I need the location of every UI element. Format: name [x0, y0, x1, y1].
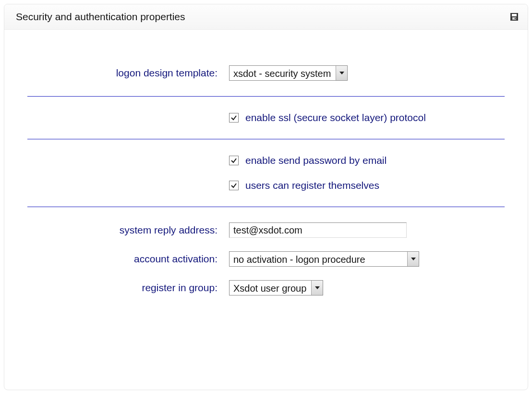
divider	[27, 96, 505, 97]
label-users-self-register: users can register themselves	[245, 180, 379, 191]
row-system-reply-address: system reply address: test@xsdot.com	[18, 216, 514, 245]
select-account-activation-value: no activation - logon procedure	[230, 252, 407, 266]
select-account-activation[interactable]: no activation - logon procedure	[229, 251, 419, 267]
svg-marker-4	[339, 72, 344, 74]
row-logon-template: logon design template: xsdot - security …	[18, 59, 514, 87]
label-account-activation: account activation:	[18, 253, 229, 265]
chevron-down-icon	[311, 281, 323, 295]
security-auth-panel: Security and authentication properties l…	[4, 4, 528, 390]
row-account-activation: account activation: no activation - logo…	[18, 245, 514, 273]
row-enable-send-password: enable send password by email	[18, 148, 514, 173]
chevron-down-icon	[407, 252, 419, 266]
svg-rect-3	[515, 18, 516, 19]
panel-header: Security and authentication properties	[4, 4, 528, 30]
svg-rect-1	[512, 14, 517, 16]
checkbox-enable-send-password[interactable]	[229, 156, 239, 165]
select-logon-template-value: xsdot - security system	[230, 66, 336, 80]
input-system-reply-address-value: test@xsdot.com	[233, 225, 302, 236]
select-logon-template[interactable]: xsdot - security system	[229, 65, 348, 81]
label-enable-ssl: enable ssl (secure socket layer) protoco…	[245, 112, 426, 123]
svg-marker-5	[411, 258, 416, 260]
row-enable-ssl: enable ssl (secure socket layer) protoco…	[18, 105, 514, 130]
select-register-in-group-value: Xsdot user group	[230, 281, 311, 295]
label-logon-template: logon design template:	[18, 67, 229, 79]
panel-body: logon design template: xsdot - security …	[4, 30, 528, 317]
divider	[27, 207, 505, 207]
row-users-self-register: users can register themselves	[18, 173, 514, 198]
save-icon[interactable]	[510, 13, 518, 21]
row-register-in-group: register in group: Xsdot user group	[18, 273, 514, 302]
select-register-in-group[interactable]: Xsdot user group	[229, 280, 323, 296]
label-register-in-group: register in group:	[18, 282, 229, 294]
svg-marker-6	[315, 286, 320, 289]
checkbox-users-self-register[interactable]	[229, 181, 239, 190]
panel-title: Security and authentication properties	[16, 11, 185, 23]
checkbox-enable-ssl[interactable]	[229, 113, 239, 123]
label-enable-send-password: enable send password by email	[245, 155, 387, 166]
label-system-reply-address: system reply address:	[18, 224, 229, 236]
chevron-down-icon	[336, 66, 347, 80]
divider	[27, 139, 505, 139]
input-system-reply-address[interactable]: test@xsdot.com	[229, 222, 407, 238]
